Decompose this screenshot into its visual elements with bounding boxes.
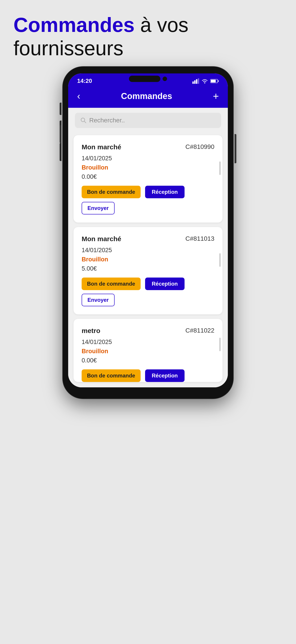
back-button[interactable]: ‹ xyxy=(77,91,80,102)
svg-point-4 xyxy=(204,82,205,83)
status-time: 14:20 xyxy=(77,78,92,84)
orders-list: Mon marché C#810990 14/01/2025 Brouillon… xyxy=(68,133,228,387)
order-2-number: C#811013 xyxy=(185,235,214,242)
svg-rect-3 xyxy=(198,78,199,84)
search-placeholder: Rechercher.. xyxy=(89,117,125,124)
svg-rect-0 xyxy=(192,82,194,84)
order-2-status: Brouillon xyxy=(82,256,214,263)
status-icons xyxy=(192,78,219,84)
order-3-amount: 0.00€ xyxy=(82,357,214,364)
svg-rect-7 xyxy=(211,80,216,82)
order-2-actions-row2: Envoyer xyxy=(82,294,214,306)
phone-screen: 14:20 xyxy=(68,74,228,387)
order-1-scroll-indicator xyxy=(219,162,221,175)
order-1-supplier: Mon marché xyxy=(82,143,121,151)
order-1-envoyer-button[interactable]: Envoyer xyxy=(82,202,115,214)
signal-icon xyxy=(192,78,199,84)
order-1-status: Brouillon xyxy=(82,164,214,171)
search-container: Rechercher.. xyxy=(68,108,228,133)
order-3-date: 14/01/2025 xyxy=(82,338,214,346)
order-1-bon-commande-button[interactable]: Bon de commande xyxy=(82,186,141,198)
phone-mockup: 14:20 xyxy=(63,67,233,398)
order-card-2: Mon marché C#811013 14/01/2025 Brouillon… xyxy=(74,227,222,314)
search-bar[interactable]: Rechercher.. xyxy=(75,113,221,128)
order-2-amount: 5.00€ xyxy=(82,265,214,272)
page-title-highlight: Commandes xyxy=(13,14,135,36)
order-1-number: C#810990 xyxy=(185,143,214,150)
order-3-scroll-indicator xyxy=(219,338,221,351)
app-header: ‹ Commandes + xyxy=(68,87,228,108)
order-2-date: 14/01/2025 xyxy=(82,247,214,254)
order-card-2-header: Mon marché C#811013 xyxy=(82,235,214,243)
order-3-supplier: metro xyxy=(82,327,100,334)
order-3-bon-commande-button[interactable]: Bon de commande xyxy=(82,370,141,382)
page-title: Commandes à vos fournisseurs xyxy=(13,14,283,60)
order-1-actions: Bon de commande Réception xyxy=(82,186,214,198)
order-card-1-header: Mon marché C#810990 xyxy=(82,143,214,151)
svg-rect-6 xyxy=(218,80,219,82)
order-1-reception-button[interactable]: Réception xyxy=(145,186,184,198)
order-card-3-header: metro C#811022 xyxy=(82,327,214,334)
order-3-number: C#811022 xyxy=(185,327,214,334)
svg-rect-1 xyxy=(194,80,195,84)
header-title: Commandes xyxy=(121,92,172,101)
order-1-amount: 0.00€ xyxy=(82,173,214,180)
order-3-reception-button[interactable]: Réception xyxy=(145,370,184,382)
svg-point-8 xyxy=(81,118,85,122)
svg-line-9 xyxy=(84,121,86,123)
order-3-status: Brouillon xyxy=(82,348,214,355)
order-2-scroll-indicator xyxy=(219,253,221,267)
order-1-date: 14/01/2025 xyxy=(82,155,214,162)
order-card-1: Mon marché C#810990 14/01/2025 Brouillon… xyxy=(74,135,222,222)
phone-shell: 14:20 xyxy=(63,67,233,398)
wifi-icon xyxy=(201,78,208,84)
svg-rect-2 xyxy=(196,79,197,84)
order-2-bon-commande-button[interactable]: Bon de commande xyxy=(82,278,141,290)
battery-icon xyxy=(210,79,219,83)
order-2-reception-button[interactable]: Réception xyxy=(145,278,184,290)
add-button[interactable]: + xyxy=(213,91,219,101)
search-icon xyxy=(80,117,87,124)
order-2-envoyer-button[interactable]: Envoyer xyxy=(82,294,115,306)
order-1-actions-row2: Envoyer xyxy=(82,202,214,214)
order-3-actions: Bon de commande Réception xyxy=(82,370,214,382)
order-card-3: metro C#811022 14/01/2025 Brouillon 0.00… xyxy=(74,319,222,382)
order-2-actions: Bon de commande Réception xyxy=(82,278,214,290)
order-2-supplier: Mon marché xyxy=(82,235,121,243)
